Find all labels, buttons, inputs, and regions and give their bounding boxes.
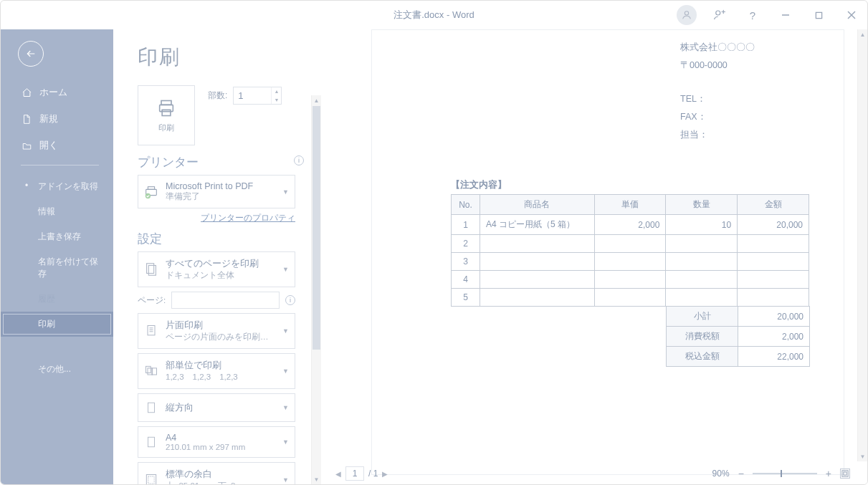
next-page-button[interactable]: ▶	[382, 470, 388, 478]
scroll-down-button[interactable]: ▼	[312, 474, 321, 484]
svg-rect-25	[842, 471, 848, 476]
collate-line1: 部単位で印刷	[166, 360, 275, 372]
collate-dropdown[interactable]: 部単位で印刷 1,2,3 1,2,3 1,2,3 ▼	[138, 353, 295, 389]
print-button-label: 印刷	[158, 123, 174, 133]
maximize-button[interactable]	[809, 5, 829, 25]
open-icon	[21, 141, 32, 151]
portrait-icon	[143, 400, 160, 416]
printer-dropdown[interactable]: Microsoft Print to PDF 準備完了 ▼	[138, 175, 295, 208]
sidebar-item-new[interactable]: 新規	[1, 106, 113, 133]
printer-ready-icon	[143, 184, 160, 200]
chevron-down-icon: ▼	[281, 368, 290, 375]
back-button[interactable]	[18, 41, 44, 67]
svg-rect-10	[148, 186, 154, 189]
collate-icon	[143, 364, 160, 378]
info-icon[interactable]: i	[285, 295, 295, 305]
svg-rect-8	[162, 110, 171, 115]
copies-spinner[interactable]: ▲ ▼	[233, 87, 282, 105]
doc-tel: TEL：	[680, 90, 815, 108]
title-filename: 注文書.docx	[394, 9, 444, 20]
table-row: 2	[452, 235, 809, 253]
sidebar-item-info[interactable]: 情報	[1, 199, 113, 224]
title-app: Word	[452, 9, 474, 20]
printer-properties-link[interactable]: プリンターのプロパティ	[138, 213, 295, 224]
zoom-slider-handle[interactable]	[781, 470, 782, 477]
scroll-thumb[interactable]	[313, 106, 320, 350]
svg-rect-24	[148, 476, 154, 484]
zoom-out-button[interactable]: −	[735, 468, 747, 479]
preview-statusbar: ◀ / 1 ▶ 90% − +	[321, 463, 857, 484]
copies-input[interactable]	[234, 87, 271, 104]
margins-dropdown[interactable]: 標準の余白 上: 35.01 mm 下: 3… ▼	[138, 462, 295, 485]
settings-scrollbar[interactable]: ▲ ▼	[311, 95, 321, 484]
account-icon[interactable]	[677, 5, 697, 25]
zoom-in-button[interactable]: +	[823, 468, 834, 479]
svg-point-11	[146, 193, 151, 198]
print-settings-panel: 印刷 印刷 部数: ▲ ▼ プリンター i	[113, 29, 321, 484]
scroll-up-button[interactable]: ▲	[858, 29, 867, 39]
doc-contact: 担当：	[680, 126, 815, 144]
svg-rect-13	[148, 266, 156, 276]
scroll-down-button[interactable]: ▼	[858, 451, 867, 461]
svg-rect-6	[161, 100, 171, 105]
sidebar-item-saveas[interactable]: 名前を付けて保存	[1, 249, 113, 287]
scroll-up-button[interactable]: ▲	[312, 95, 321, 105]
copies-label: 部数:	[208, 90, 227, 102]
new-icon	[21, 114, 32, 125]
summary-table: 小計20,000 消費税額2,000 税込金額22,000	[666, 306, 810, 367]
coming-soon-icon[interactable]	[710, 5, 730, 25]
print-button[interactable]: 印刷	[138, 85, 195, 145]
sidebar-item-open[interactable]: 開く	[1, 133, 113, 159]
minimize-button[interactable]	[776, 5, 796, 25]
copies-up-button[interactable]: ▲	[272, 87, 281, 96]
doc-company: 株式会社〇〇〇〇	[680, 39, 815, 57]
sidebar-item-more[interactable]: その他...	[1, 357, 113, 382]
duplex-dropdown[interactable]: 片面印刷 ページの片面のみを印刷… ▼	[138, 313, 295, 349]
info-icon[interactable]: i	[294, 155, 304, 165]
sidebar-item-home[interactable]: ホーム	[1, 80, 113, 106]
preview-scrollbar[interactable]: ▲ ▼	[857, 29, 867, 461]
svg-rect-14	[148, 326, 155, 335]
sidebar-item-history: 履歴	[1, 287, 113, 312]
current-page-input[interactable]	[345, 466, 364, 481]
total-label: 税込金額	[667, 347, 738, 367]
doc-order-heading: 【注文内容】	[451, 178, 815, 191]
paper-size-dropdown[interactable]: A4 210.01 mm x 297 mm ▼	[138, 426, 295, 458]
copies-down-button[interactable]: ▼	[272, 96, 281, 105]
svg-rect-3	[816, 12, 821, 18]
window-title: 注文書.docx - Word	[394, 9, 474, 21]
zoom-slider[interactable]	[753, 473, 817, 474]
total-value: 22,000	[738, 347, 810, 367]
settings-heading: 設定	[138, 231, 311, 247]
page-total: / 1	[368, 469, 378, 479]
duplex-line1: 片面印刷	[166, 320, 275, 332]
sidebar-item-addins[interactable]: アドインを取得	[1, 174, 113, 199]
pages-input[interactable]	[171, 292, 280, 309]
close-button[interactable]	[841, 5, 862, 25]
sidebar-item-save[interactable]: 上書き保存	[1, 224, 113, 249]
sidebar-new-label: 新規	[39, 113, 58, 125]
svg-rect-18	[146, 366, 151, 373]
table-row: 1A4 コピー用紙（5 箱）2,0001020,000	[452, 215, 809, 235]
sidebar-divider	[21, 165, 99, 165]
zoom-controls: 90% − +	[712, 468, 850, 479]
chevron-down-icon: ▼	[281, 404, 290, 411]
help-button[interactable]: ?	[743, 5, 763, 25]
th-amount: 金額	[738, 195, 809, 215]
zoom-fit-button[interactable]	[840, 469, 850, 479]
table-header-row: No. 商品名 単価 数量 金額	[452, 195, 809, 215]
oneside-icon	[143, 323, 160, 339]
sidebar-item-print[interactable]: 印刷	[1, 312, 113, 337]
chevron-down-icon: ▼	[281, 438, 290, 446]
backstage-sidebar: ホーム 新規 開く アドインを取得 情報 上書き保存 名前を付けて保存 履歴 印…	[1, 29, 113, 484]
print-range-line2: ドキュメント全体	[166, 270, 275, 281]
paper-icon	[143, 434, 160, 450]
prev-page-button[interactable]: ◀	[335, 470, 341, 478]
subtotal-label: 小計	[667, 307, 738, 327]
page-navigator: ◀ / 1 ▶	[335, 466, 388, 481]
duplex-line2: ページの片面のみを印刷…	[166, 332, 275, 342]
paper-line1: A4	[166, 433, 275, 443]
print-range-dropdown[interactable]: すべてのページを印刷 ドキュメント全体 ▼	[138, 251, 295, 287]
print-range-line1: すべてのページを印刷	[166, 258, 275, 270]
orientation-dropdown[interactable]: 縦方向 ▼	[138, 393, 295, 422]
